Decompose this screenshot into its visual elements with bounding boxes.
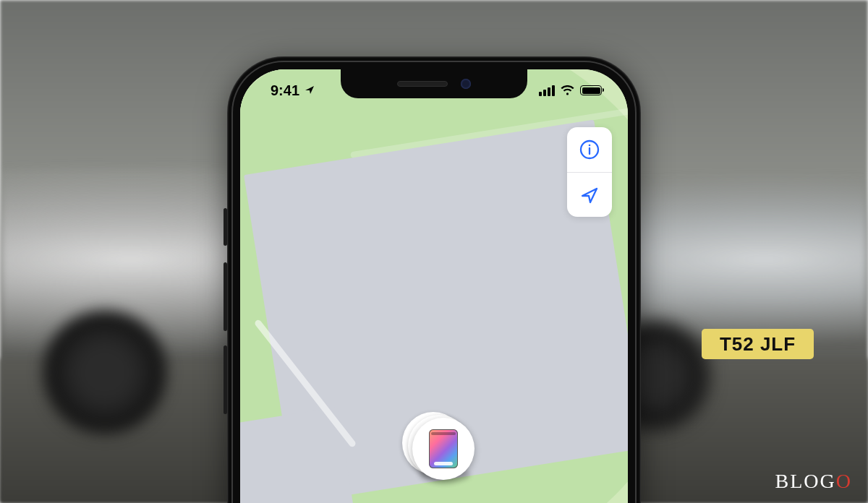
watermark-accent: O [836,470,852,493]
phone-volume-down [224,345,227,414]
status-right [539,85,602,96]
info-circle-icon [579,139,600,160]
ipad-icon [429,429,458,468]
status-left: 9:41 [271,82,315,99]
wifi-icon [560,85,575,96]
background-wheel-left [43,311,166,434]
location-arrow-icon [579,185,600,205]
cellular-signal-icon [539,85,555,96]
phone-side-button [224,208,227,246]
phone-screen: 9:41 [240,69,628,503]
watermark-logo: BLOGO [775,470,852,493]
phone-volume-up [224,262,227,331]
watermark-text: BLOG [775,470,836,493]
iphone-device-frame: 9:41 [227,56,641,503]
status-time: 9:41 [271,82,299,99]
map-info-button[interactable] [567,127,612,172]
phone-notch [341,69,527,98]
device-location-pin[interactable] [412,418,475,480]
location-services-icon [305,82,315,99]
svg-point-2 [589,145,591,147]
battery-fill [582,87,600,94]
license-plate: T52 JLF [702,329,814,359]
phone-front-camera [461,79,471,89]
map-locate-button[interactable] [567,172,612,217]
map-controls [567,127,612,217]
phone-speaker [397,81,448,87]
pin-stack-front[interactable] [412,418,475,480]
battery-icon [580,85,602,95]
